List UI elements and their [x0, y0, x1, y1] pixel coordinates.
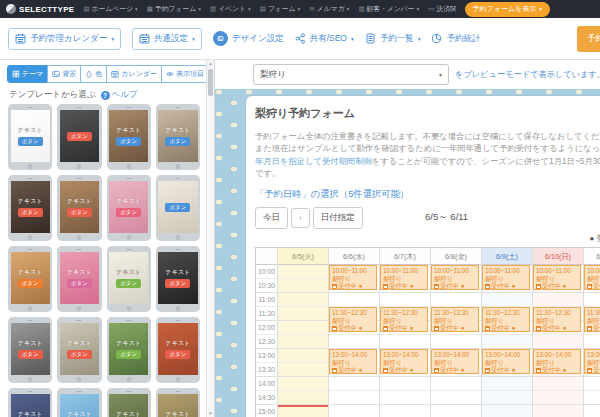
booking-slot[interactable]: 13:00~14:00梨狩り受付中 ● — [482, 349, 530, 374]
template-thumb-9[interactable]: テキストボタン — [8, 246, 52, 312]
empty-slot[interactable] — [278, 293, 328, 307]
help-link[interactable]: ? ヘルプ — [101, 89, 138, 101]
empty-slot[interactable] — [533, 391, 583, 405]
empty-slot[interactable] — [482, 405, 532, 417]
next-week-button[interactable]: › — [291, 208, 310, 228]
toolbar-item-design-settings[interactable]: デザイン設定 — [213, 31, 284, 46]
empty-slot[interactable] — [278, 391, 328, 405]
period-control-link[interactable]: 年月日を指定して受付期間制御 — [255, 156, 372, 166]
empty-slot[interactable] — [584, 335, 600, 349]
template-thumb-17[interactable]: テキストボタン — [8, 388, 52, 417]
empty-slot[interactable] — [533, 293, 583, 307]
template-thumb-6[interactable]: テキストボタン — [57, 175, 101, 241]
empty-slot[interactable] — [584, 391, 600, 405]
empty-slot[interactable] — [278, 307, 328, 321]
empty-slot[interactable] — [329, 377, 379, 391]
booking-slot[interactable]: 11:30~12:30梨狩り受付中 ● — [533, 307, 581, 332]
template-thumb-7[interactable]: テキストボタン — [107, 175, 151, 241]
booking-slot[interactable]: 13:00~14:00梨狩り受付中 ● — [380, 349, 428, 374]
empty-slot[interactable] — [329, 405, 379, 417]
booking-slot[interactable]: 10:00~11:00梨狩り受付中 ● — [533, 265, 581, 290]
today-button[interactable]: 今日 — [255, 207, 288, 229]
empty-slot[interactable] — [533, 405, 583, 417]
empty-slot[interactable] — [278, 265, 328, 279]
template-thumb-19[interactable]: テキストボタン — [107, 388, 151, 417]
template-thumb-10[interactable]: テキストボタン — [57, 246, 101, 312]
booking-slot[interactable]: 13:00~14:00梨狩り受付中 ● — [533, 349, 581, 374]
template-thumb-20[interactable]: テキストボタン — [156, 388, 200, 417]
booking-slot[interactable]: 10:00~11:00梨狩り受付中 ● — [329, 265, 377, 290]
nav-item-customers[interactable]: ▥顧客・メンバー▾ — [358, 4, 419, 14]
empty-slot[interactable] — [380, 405, 430, 417]
empty-slot[interactable] — [584, 377, 600, 391]
booking-slot[interactable]: 10:00~11:00梨狩り受付中 ● — [431, 265, 479, 290]
empty-slot[interactable] — [482, 377, 532, 391]
reservation-accept-button[interactable]: 予約受付 — [577, 26, 600, 52]
toolbar-item-share-seo[interactable]: 共有/SEO▾ — [295, 33, 354, 45]
empty-slot[interactable] — [431, 377, 481, 391]
empty-slot[interactable] — [380, 335, 430, 349]
scroll-down-icon[interactable]: ▼ — [207, 411, 214, 416]
empty-slot[interactable] — [278, 335, 328, 349]
tab-calendar[interactable]: カレンダー — [106, 65, 162, 83]
empty-slot[interactable] — [278, 377, 328, 391]
empty-slot[interactable] — [380, 377, 430, 391]
brand-logo[interactable]: SELECTTYPE — [6, 4, 74, 14]
empty-slot[interactable] — [329, 293, 379, 307]
empty-slot[interactable] — [584, 405, 600, 417]
template-thumb-4[interactable]: テキストボタン — [156, 104, 200, 170]
template-thumb-14[interactable]: テキストボタン — [57, 317, 101, 383]
empty-slot[interactable] — [278, 363, 328, 377]
tab-background[interactable]: 背景 — [47, 65, 81, 83]
form-select[interactable]: 梨狩り ▾ — [253, 64, 449, 85]
template-thumb-5[interactable]: テキストボタン — [8, 175, 52, 241]
booking-slot[interactable]: 11:30~12:30梨狩り受付中 ● — [482, 307, 530, 332]
template-thumb-18[interactable]: テキストボタン — [57, 388, 101, 417]
nav-item-event[interactable]: ▥イベント▾ — [210, 4, 251, 14]
date-picker-button[interactable]: 日付指定 — [313, 207, 363, 229]
nav-item-homepage[interactable]: ▤ホームページ▾ — [83, 4, 137, 14]
template-thumb-3[interactable]: テキストボタン — [107, 104, 151, 170]
template-thumb-11[interactable]: テキストボタン — [107, 246, 151, 312]
template-thumb-8[interactable]: ボタン — [156, 175, 200, 241]
tab-display-items[interactable]: 表示項目 — [161, 65, 209, 83]
booking-slot[interactable]: 10:00~11:00梨狩り受付中 ● — [380, 265, 428, 290]
empty-slot[interactable] — [380, 293, 430, 307]
empty-slot[interactable] — [380, 391, 430, 405]
booking-slot[interactable]: 11:30~12:30梨狩り受付中 ● — [584, 307, 600, 332]
booking-slot[interactable]: 13:00~14:00梨狩り受付中 ● — [584, 349, 600, 374]
toolbar-item-reservation-list[interactable]: 予約一覧▾ — [365, 33, 421, 45]
booking-slot[interactable]: 13:00~14:00梨狩り受付中 ● — [431, 349, 479, 374]
empty-slot[interactable] — [533, 335, 583, 349]
empty-slot[interactable] — [584, 293, 600, 307]
tab-theme[interactable]: テーマ — [7, 65, 48, 83]
empty-slot[interactable] — [329, 391, 379, 405]
booking-slot[interactable]: 11:30~12:30梨狩り受付中 ● — [431, 307, 479, 332]
toolbar-item-common-settings[interactable]: 共通設定▾ — [132, 28, 202, 50]
booking-slot[interactable]: 10:00~11:00梨狩り受付中 ● — [584, 265, 600, 290]
empty-slot[interactable] — [431, 391, 481, 405]
empty-slot[interactable] — [431, 405, 481, 417]
empty-slot[interactable] — [533, 377, 583, 391]
empty-slot[interactable] — [482, 391, 532, 405]
booking-slot[interactable]: 10:00~11:00梨狩り受付中 ● — [482, 265, 530, 290]
empty-slot[interactable] — [329, 335, 379, 349]
empty-slot[interactable] — [431, 335, 481, 349]
template-thumb-1[interactable]: テキストボタン — [8, 104, 52, 170]
booking-slot[interactable]: 11:30~12:30梨狩り受付中 ● — [329, 307, 377, 332]
empty-slot[interactable] — [482, 335, 532, 349]
empty-slot[interactable] — [278, 279, 328, 293]
nav-item-mailmag[interactable]: ✉メルマガ▾ — [309, 4, 349, 14]
template-thumb-2[interactable]: ボタン — [57, 104, 101, 170]
template-thumb-12[interactable]: テキストボタン — [156, 246, 200, 312]
nav-item-form[interactable]: ▤フォーム▾ — [260, 4, 301, 14]
empty-slot[interactable] — [278, 349, 328, 363]
nav-item-reservation-form[interactable]: ▦予約フォーム▾ — [147, 4, 201, 14]
toolbar-item-reservation-stats[interactable]: 予約統計 — [431, 33, 480, 45]
scrollbar-thumb[interactable] — [208, 69, 213, 96]
template-thumb-13[interactable]: テキストボタン — [8, 317, 52, 383]
empty-slot[interactable] — [431, 293, 481, 307]
booking-slot[interactable]: 13:00~14:00梨狩り受付中 ● — [329, 349, 377, 374]
tab-color[interactable]: 色 — [80, 65, 107, 83]
nav-item-payment[interactable]: ▭決済関連▾ — [428, 4, 455, 14]
